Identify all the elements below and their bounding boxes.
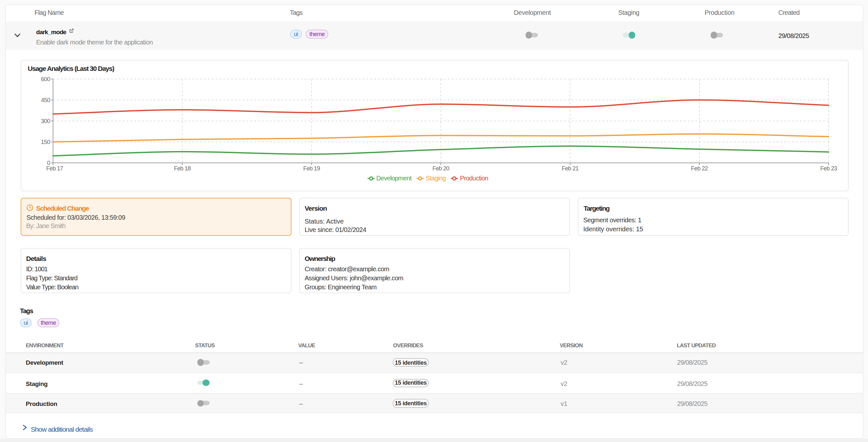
svg-text:Feb 17: Feb 17 — [46, 165, 64, 171]
svg-text:450: 450 — [41, 97, 50, 103]
svg-text:Feb 19: Feb 19 — [303, 165, 320, 171]
svg-text:300: 300 — [41, 117, 50, 124]
svg-text:Feb 21: Feb 21 — [562, 165, 579, 171]
svg-text:Feb 23: Feb 23 — [820, 165, 837, 171]
svg-text:150: 150 — [41, 139, 50, 145]
svg-text:Feb 20: Feb 20 — [432, 165, 450, 171]
svg-text:600: 600 — [41, 76, 50, 82]
svg-text:Feb 18: Feb 18 — [174, 165, 191, 171]
svg-text:Feb 22: Feb 22 — [691, 165, 708, 171]
